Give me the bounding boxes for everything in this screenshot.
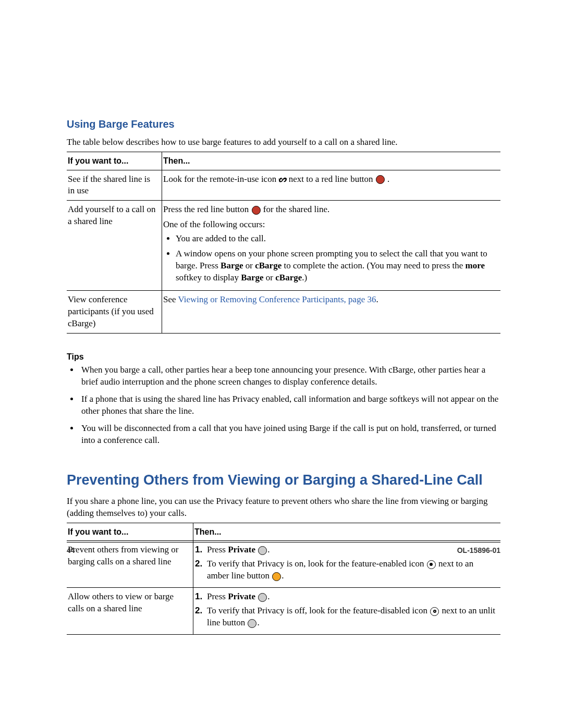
- red-line-button-icon: [376, 175, 385, 184]
- cell-r3c1: View conference participants (if you use…: [67, 291, 162, 334]
- heading-preventing: Preventing Others from Viewing or Bargin…: [67, 472, 500, 489]
- amber-line-button-icon: [272, 572, 281, 581]
- red-line-button-icon: [252, 206, 261, 215]
- heading-using-barge: Using Barge Features: [67, 117, 500, 131]
- text: .: [376, 294, 378, 304]
- text: To verify that Privacy is off, look for …: [207, 606, 430, 615]
- text: or: [243, 261, 255, 270]
- table-row: Add yourself to a call on a shared line …: [67, 201, 500, 291]
- cell-r2c1: Add yourself to a call on a shared line: [67, 201, 162, 291]
- text: softkey to display: [176, 273, 241, 282]
- text: .: [282, 571, 284, 581]
- cell-p2c2: Press Private . To verify that Privacy i…: [193, 588, 501, 635]
- text: Press: [207, 591, 228, 601]
- cell-r2c2: Press the red line button for the shared…: [162, 201, 501, 291]
- th-then: Then...: [162, 152, 501, 170]
- bold: cBarge: [255, 261, 282, 270]
- cell-r3c2: See Viewing or Removing Conference Parti…: [162, 291, 501, 334]
- th-if: If you want to...: [67, 152, 162, 170]
- list-item: You are added to the call.: [176, 233, 496, 245]
- footer: 44 OL-15896-01: [67, 542, 500, 556]
- private-button-icon: [258, 593, 267, 602]
- page-number: 44: [67, 546, 75, 556]
- bold: Barge: [241, 273, 263, 282]
- text: .): [302, 273, 307, 282]
- text: or: [264, 273, 276, 282]
- tips-list: When you barge a call, other parties hea…: [79, 364, 500, 447]
- text: next to a red line button: [289, 174, 375, 184]
- steps-list: Press Private . To verify that Privacy i…: [205, 591, 496, 629]
- cell-p2c1: Allow others to view or barge calls on a…: [67, 588, 193, 635]
- text: Look for the remote-in-use icon: [163, 174, 278, 184]
- text: .: [257, 618, 259, 627]
- text: [255, 591, 258, 601]
- bold: Private: [228, 591, 255, 601]
- list-item: To verify that Privacy is on, look for t…: [205, 558, 496, 582]
- tips-heading: Tips: [67, 351, 500, 363]
- intro-text-1: The table below describes how to use bar…: [67, 137, 500, 149]
- list-item: When you barge a call, other parties hea…: [79, 364, 500, 388]
- text: to complete the action. (You may need to…: [282, 261, 465, 270]
- unlit-line-button-icon: [248, 619, 256, 628]
- th-if: If you want to...: [67, 523, 193, 541]
- remote-in-use-icon: ᔕ: [278, 174, 286, 186]
- cell-r1c1: See if the shared line is in use: [67, 170, 162, 201]
- barge-table: If you want to... Then... See if the sha…: [67, 152, 500, 334]
- table-row: View conference participants (if you use…: [67, 291, 500, 334]
- list-item: You will be disconnected from a call tha…: [79, 423, 500, 447]
- bold: more: [466, 261, 485, 270]
- list-item: Press Private .: [205, 591, 496, 603]
- list-item: A window opens on your phone screen prom…: [176, 248, 496, 284]
- cell-r1c2: Look for the remote-in-use icon ᔕ next t…: [162, 170, 501, 201]
- bold: cBarge: [275, 273, 302, 282]
- text: .: [387, 174, 389, 184]
- th-then: Then...: [193, 523, 501, 541]
- table-row: See if the shared line is in use Look fo…: [67, 170, 500, 201]
- text: See: [163, 294, 178, 304]
- list-item: To verify that Privacy is off, look for …: [205, 605, 496, 629]
- text: Press the red line button: [163, 204, 251, 214]
- intro-text-2: If you share a phone line, you can use t…: [67, 496, 500, 520]
- privacy-table: If you want to... Then... Prevent others…: [67, 523, 500, 635]
- bold: Barge: [221, 261, 243, 270]
- cross-ref-link[interactable]: Viewing or Removing Conference Participa…: [178, 294, 376, 304]
- doc-id: OL-15896-01: [457, 546, 500, 556]
- feature-disabled-icon: [430, 607, 439, 616]
- text: One of the following occurs:: [163, 219, 496, 231]
- table-row: Allow others to view or barge calls on a…: [67, 588, 500, 635]
- page: Using Barge Features The table below des…: [0, 0, 563, 728]
- text: for the shared line.: [263, 204, 329, 214]
- text: .: [267, 591, 270, 601]
- text: To verify that Privacy is on, look for t…: [207, 559, 426, 569]
- list-item: If a phone that is using the shared line…: [79, 393, 500, 417]
- feature-enabled-icon: [427, 560, 436, 569]
- inner-list: You are added to the call. A window open…: [176, 233, 496, 284]
